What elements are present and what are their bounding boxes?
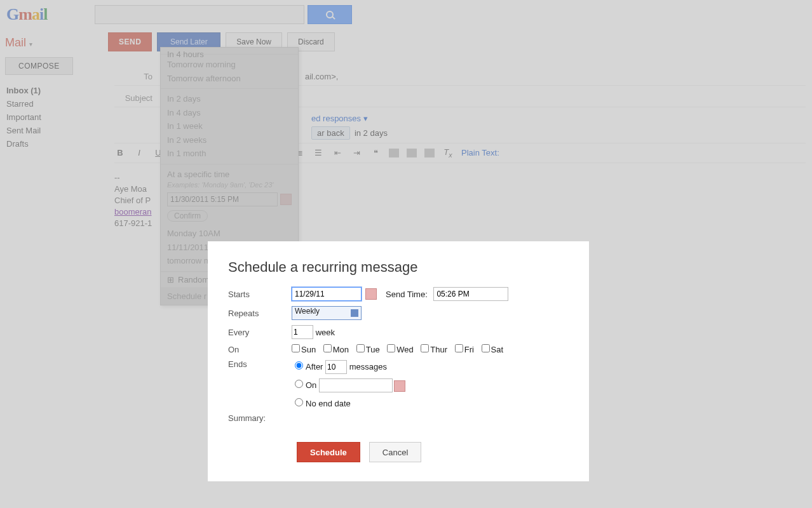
compose-button[interactable]: COMPOSE — [5, 57, 73, 75]
every-input[interactable] — [292, 325, 313, 339]
chevron-down-icon: ▾ — [29, 41, 32, 48]
sidebar-item-sent[interactable]: Sent Mail — [4, 124, 98, 137]
summary-label: Summary: — [228, 413, 266, 423]
day-checkboxes: Sun Mon Tue Wed Thur Fri Sat — [292, 344, 503, 354]
sidebar-item-drafts[interactable]: Drafts — [4, 137, 98, 150]
list-bullet-icon[interactable]: ☰ — [313, 148, 324, 157]
specific-time-hint: Examples: 'Monday 9am', 'Dec 23' — [161, 181, 298, 191]
dropdown-item[interactable]: In 1 week — [161, 119, 298, 133]
sendtime-label: Send Time: — [386, 290, 428, 299]
mail-selector[interactable]: Mail ▾ — [5, 36, 98, 50]
sidebar-item-starred[interactable]: Starred — [4, 97, 98, 110]
day-tue-checkbox[interactable] — [356, 344, 365, 352]
day-sat-checkbox[interactable] — [482, 344, 490, 352]
header: Gmail — [0, 0, 812, 29]
bold-button[interactable]: B — [114, 148, 126, 157]
every-label: Every — [228, 328, 292, 337]
repeats-label: Repeats — [228, 309, 292, 318]
sidebar-item-important[interactable]: Important — [4, 110, 98, 124]
cancel-button[interactable]: Cancel — [369, 442, 421, 462]
dropdown-item[interactable]: In 2 days — [161, 92, 298, 106]
boomerang-timing: in 2 days — [355, 128, 388, 138]
repeats-select[interactable]: Weekly — [292, 306, 362, 320]
align-center-icon[interactable] — [407, 149, 417, 157]
ends-on-input[interactable] — [319, 378, 393, 392]
ends-after-input[interactable] — [325, 360, 347, 374]
clear-format-icon[interactable]: Tx — [442, 147, 454, 159]
schedule-button[interactable]: Schedule — [297, 442, 360, 462]
search-icon — [326, 11, 334, 18]
to-label: To — [114, 72, 152, 81]
canned-responses-link[interactable]: ed responses ▾ — [311, 114, 368, 123]
sendtime-input[interactable] — [433, 287, 508, 301]
align-right-icon[interactable] — [424, 149, 435, 157]
quote-icon[interactable]: ❝ — [370, 148, 381, 157]
boomerang-chip[interactable]: ar back — [311, 126, 350, 140]
search-input[interactable] — [95, 5, 304, 24]
dropdown-item[interactable]: Monday 10AM — [161, 227, 298, 241]
dropdown-item[interactable]: In 4 days — [161, 106, 298, 120]
ends-after-radio[interactable] — [295, 361, 303, 370]
gmail-logo: Gmail — [6, 5, 47, 24]
align-left-icon[interactable] — [389, 149, 399, 157]
sidebar: Mail ▾ COMPOSE Inbox (1) Starred Importa… — [0, 29, 102, 234]
day-wed-checkbox[interactable] — [387, 344, 395, 352]
send-button[interactable]: SEND — [108, 32, 152, 51]
on-label: On — [228, 345, 292, 354]
day-thu-checkbox[interactable] — [421, 344, 429, 352]
specific-time-input[interactable] — [167, 192, 278, 206]
indent-icon[interactable]: ⇥ — [351, 148, 362, 157]
signature-link[interactable]: boomeran — [114, 207, 152, 217]
to-field[interactable]: ail.com>, — [305, 72, 338, 81]
modal-title: Schedule a recurring message — [228, 259, 569, 276]
dropdown-item[interactable]: In 1 month — [161, 147, 298, 161]
ends-label: Ends — [228, 359, 292, 369]
dropdown-item[interactable]: Tomorrow afternoon — [161, 72, 298, 86]
outdent-icon[interactable]: ⇤ — [332, 148, 343, 157]
calendar-icon[interactable] — [365, 288, 377, 300]
sidebar-item-inbox[interactable]: Inbox (1) — [4, 84, 98, 97]
day-mon-checkbox[interactable] — [323, 344, 332, 352]
search-button[interactable] — [308, 5, 352, 24]
day-fri-checkbox[interactable] — [455, 344, 463, 352]
specific-time-label: At a specific time — [161, 168, 298, 182]
dropdown-item[interactable]: In 2 weeks — [161, 133, 298, 147]
plain-text-link[interactable]: Plain Text: — [461, 148, 499, 157]
ends-on-radio[interactable] — [295, 380, 303, 388]
italic-button[interactable]: I — [133, 148, 145, 157]
ends-none-radio[interactable] — [295, 398, 303, 406]
grid-icon: ⊞ — [167, 275, 174, 284]
starts-label: Starts — [228, 290, 292, 299]
day-sun-checkbox[interactable] — [292, 344, 300, 352]
dropdown-item[interactable]: Tomorrow morning — [161, 58, 298, 72]
confirm-button[interactable]: Confirm — [167, 210, 208, 222]
starts-input[interactable] — [292, 287, 362, 301]
subject-label: Subject — [114, 93, 152, 103]
every-unit: week — [316, 328, 335, 337]
calendar-icon[interactable] — [280, 194, 292, 205]
schedule-recurring-modal: Schedule a recurring message Starts Send… — [208, 241, 589, 481]
calendar-icon[interactable] — [394, 380, 405, 392]
